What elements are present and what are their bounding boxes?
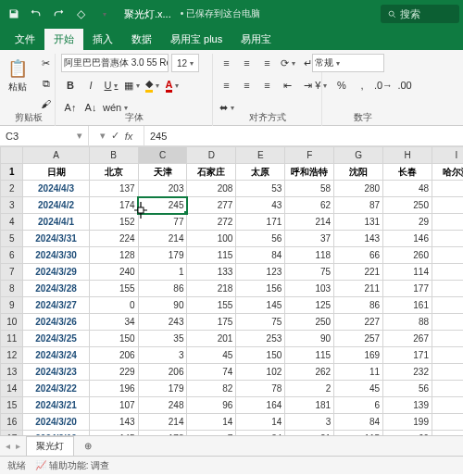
- cell[interactable]: 214: [285, 214, 334, 231]
- cell[interactable]: 128: [89, 247, 138, 264]
- align-left-button[interactable]: ≡: [218, 76, 236, 94]
- cell[interactable]: 3: [285, 414, 334, 431]
- copy-button[interactable]: ⧉: [37, 74, 56, 93]
- cell[interactable]: [432, 414, 464, 431]
- cell[interactable]: 2024/3/26: [23, 314, 89, 331]
- cell[interactable]: 8: [432, 281, 464, 297]
- cell[interactable]: 2024/3/27: [23, 297, 89, 314]
- cell[interactable]: 115: [285, 347, 334, 364]
- cell[interactable]: 214: [138, 414, 187, 431]
- cell[interactable]: 143: [334, 231, 383, 247]
- cell[interactable]: 133: [187, 264, 236, 281]
- cell[interactable]: 21: [285, 431, 334, 436]
- cell[interactable]: 62: [285, 197, 334, 214]
- cell[interactable]: 6: [334, 397, 383, 414]
- cell[interactable]: 218: [187, 281, 236, 297]
- cell[interactable]: 2024/3/24: [23, 347, 89, 364]
- cell[interactable]: 224: [89, 231, 138, 247]
- cell[interactable]: 118: [285, 247, 334, 264]
- cell[interactable]: 14: [236, 414, 285, 431]
- cell[interactable]: [432, 331, 464, 347]
- col-header-B[interactable]: B: [89, 147, 138, 164]
- cell[interactable]: 123: [236, 264, 285, 281]
- col-header-G[interactable]: G: [334, 147, 383, 164]
- header-cell[interactable]: 太原: [236, 164, 285, 181]
- cell[interactable]: 37: [285, 231, 334, 247]
- row-header[interactable]: 3: [1, 197, 23, 214]
- col-header-H[interactable]: H: [383, 147, 432, 164]
- cell[interactable]: 84: [236, 247, 285, 264]
- align-bottom-button[interactable]: ≡: [258, 54, 277, 72]
- cell[interactable]: 102: [236, 364, 285, 381]
- search-input[interactable]: [400, 8, 452, 19]
- decrease-font-button[interactable]: A↓: [81, 98, 100, 117]
- cell[interactable]: 1: [432, 264, 464, 281]
- header-cell[interactable]: 天津: [138, 164, 187, 181]
- font-color-button[interactable]: A: [163, 76, 181, 94]
- cell[interactable]: 214: [138, 231, 187, 247]
- currency-button[interactable]: ¥: [312, 76, 331, 94]
- row-header[interactable]: 9: [1, 297, 23, 314]
- cell[interactable]: 56: [236, 231, 285, 247]
- cell[interactable]: 15: [432, 214, 464, 231]
- cell[interactable]: 27: [432, 314, 464, 331]
- cell[interactable]: 125: [285, 297, 334, 314]
- row-header[interactable]: 11: [1, 331, 23, 347]
- tab-3[interactable]: 数据: [122, 29, 161, 50]
- cell[interactable]: 221: [334, 264, 383, 281]
- cell[interactable]: 171: [383, 347, 432, 364]
- cell[interactable]: 280: [334, 181, 383, 197]
- cell[interactable]: 75: [285, 264, 334, 281]
- cell[interactable]: 34: [236, 431, 285, 436]
- cell[interactable]: 2024/3/25: [23, 331, 89, 347]
- cell[interactable]: 253: [236, 331, 285, 347]
- cell[interactable]: 2024/3/20: [23, 414, 89, 431]
- cell[interactable]: 58: [285, 181, 334, 197]
- cell[interactable]: 178: [138, 431, 187, 436]
- cell[interactable]: 69: [383, 431, 432, 436]
- fill-color-button[interactable]: ◆: [143, 76, 161, 94]
- cell[interactable]: 87: [334, 197, 383, 214]
- cell[interactable]: 260: [383, 247, 432, 264]
- cell[interactable]: 2024/3/22: [23, 381, 89, 397]
- cell[interactable]: 45: [334, 381, 383, 397]
- align-center-button[interactable]: ≡: [238, 76, 257, 94]
- cell[interactable]: 164: [236, 397, 285, 414]
- cell[interactable]: 90: [138, 297, 187, 314]
- cell[interactable]: 272: [187, 214, 236, 231]
- underline-button[interactable]: U: [102, 76, 120, 94]
- formula-bar[interactable]: 245: [144, 126, 463, 145]
- tab-4[interactable]: 易用宝 plus: [161, 29, 232, 50]
- row-header[interactable]: 16: [1, 414, 23, 431]
- cell[interactable]: 77: [138, 214, 187, 231]
- cell[interactable]: 206: [89, 347, 138, 364]
- cell[interactable]: 145: [89, 431, 138, 436]
- cell[interactable]: 257: [334, 331, 383, 347]
- cell[interactable]: 206: [138, 364, 187, 381]
- cell[interactable]: 232: [383, 364, 432, 381]
- decrease-decimal-button[interactable]: .00: [395, 76, 414, 94]
- col-header-A[interactable]: A: [23, 147, 89, 164]
- cell[interactable]: 35: [138, 331, 187, 347]
- header-cell[interactable]: 北京: [89, 164, 138, 181]
- cell[interactable]: 143: [89, 414, 138, 431]
- qat-item-icon[interactable]: ◇: [70, 4, 91, 24]
- cell[interactable]: 245: [138, 197, 187, 214]
- comma-button[interactable]: ,: [353, 76, 371, 94]
- cell[interactable]: 43: [236, 197, 285, 214]
- cell[interactable]: 250: [285, 314, 334, 331]
- tab-5[interactable]: 易用宝: [232, 29, 281, 50]
- col-header-I[interactable]: I: [432, 147, 464, 164]
- italic-button[interactable]: I: [81, 76, 100, 94]
- cell[interactable]: 9: [432, 181, 464, 197]
- cell[interactable]: 115: [187, 247, 236, 264]
- cell[interactable]: 2024/4/2: [23, 197, 89, 214]
- select-all[interactable]: [1, 147, 23, 164]
- cell[interactable]: [432, 247, 464, 264]
- sheet-tab[interactable]: 聚光灯: [26, 436, 74, 456]
- tab-0[interactable]: 文件: [6, 29, 44, 50]
- cell[interactable]: 84: [334, 414, 383, 431]
- header-cell[interactable]: 石家庄: [187, 164, 236, 181]
- increase-decimal-button[interactable]: .0→: [373, 76, 394, 94]
- row-header[interactable]: 1: [1, 164, 23, 181]
